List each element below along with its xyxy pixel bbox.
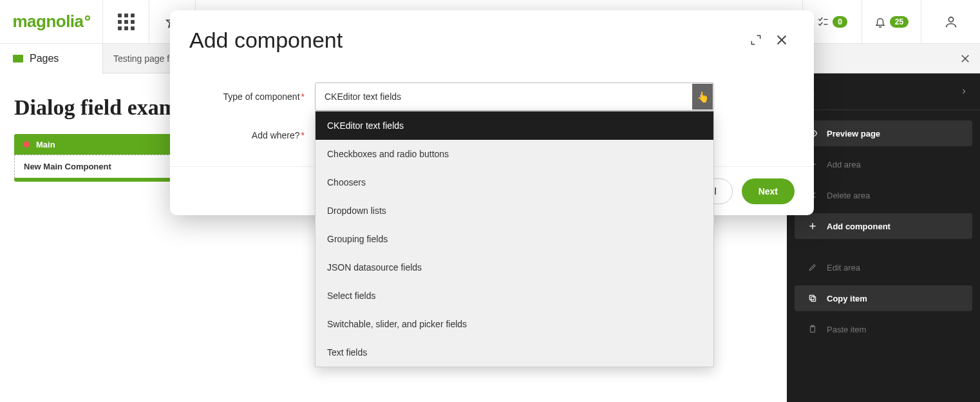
dropdown-option[interactable]: JSON datasource fields bbox=[316, 253, 713, 282]
user-icon bbox=[944, 15, 958, 29]
close-dialog-button[interactable] bbox=[769, 27, 795, 53]
action-add-area: Add area bbox=[795, 151, 972, 177]
tasks-badge: 0 bbox=[833, 16, 847, 28]
paste-icon bbox=[807, 325, 818, 334]
dropdown-option[interactable]: Switchable, slider, and picker fields bbox=[316, 310, 713, 338]
action-panel-header[interactable]: ea bbox=[787, 73, 980, 110]
action-panel: ea Preview pageAdd areaDelete areaAdd co… bbox=[787, 73, 980, 402]
action-copy-item[interactable]: Copy item bbox=[795, 285, 972, 311]
notif-badge: 25 bbox=[890, 16, 909, 28]
notifications-button[interactable]: 25 bbox=[862, 0, 921, 44]
svg-rect-13 bbox=[811, 297, 816, 302]
chevron-right-icon bbox=[961, 86, 967, 97]
next-button[interactable]: Next bbox=[742, 178, 795, 204]
action-label: Paste item bbox=[827, 325, 866, 334]
dropdown-option[interactable]: Checkboxes and radio buttons bbox=[316, 140, 713, 168]
expand-icon bbox=[749, 34, 762, 46]
cursor-icon: 👆 bbox=[697, 91, 710, 103]
where-label: Add where?* bbox=[189, 130, 315, 140]
breadcrumb-trail: Testing page for bbox=[103, 53, 178, 64]
breadcrumb-root[interactable]: Pages bbox=[0, 44, 103, 73]
pages-icon bbox=[13, 55, 23, 62]
action-edit-area: Edit area bbox=[795, 254, 972, 280]
close-icon bbox=[775, 33, 789, 47]
component-type-select[interactable]: CKEditor text fields 👆 bbox=[315, 82, 714, 111]
area-header-main[interactable]: Main bbox=[14, 134, 182, 155]
dropdown-option[interactable]: CKEditor text fields bbox=[316, 111, 713, 140]
component-type-dropdown: CKEditor text fieldsCheckboxes and radio… bbox=[315, 111, 714, 367]
action-label: Delete area bbox=[827, 191, 870, 200]
close-tab-button[interactable] bbox=[950, 44, 980, 73]
app-launcher-button[interactable] bbox=[103, 0, 149, 44]
new-component-slot[interactable]: New Main Component bbox=[14, 155, 182, 178]
type-label: Type of component* bbox=[189, 91, 315, 102]
area-footer bbox=[14, 178, 182, 182]
pencil-icon bbox=[807, 263, 818, 272]
dialog-title: Add component bbox=[189, 28, 743, 53]
user-menu-button[interactable] bbox=[921, 0, 980, 44]
dropdown-option[interactable]: Choosers bbox=[316, 168, 713, 196]
action-label: Add area bbox=[827, 160, 861, 169]
dropdown-option[interactable]: Grouping fields bbox=[316, 225, 713, 253]
add-component-dialog: Add component Type of component* CKEdito… bbox=[170, 10, 814, 215]
area-status-icon bbox=[23, 141, 30, 148]
action-label: Preview page bbox=[827, 129, 880, 139]
action-delete-area: Delete area bbox=[795, 182, 972, 208]
action-label: Add component bbox=[827, 222, 890, 231]
area-label: Main bbox=[36, 140, 55, 149]
dropdown-option[interactable]: Text fields bbox=[316, 338, 713, 367]
action-paste-item: Paste item bbox=[795, 316, 972, 342]
dropdown-option[interactable]: Dropdown lists bbox=[316, 196, 713, 225]
action-add-component[interactable]: Add component bbox=[795, 213, 972, 239]
checklist-icon bbox=[817, 16, 829, 28]
logo[interactable]: magnolia bbox=[0, 0, 103, 44]
breadcrumb-root-label: Pages bbox=[30, 53, 59, 64]
svg-point-3 bbox=[948, 17, 953, 21]
grid-icon bbox=[118, 14, 135, 30]
action-label: Copy item bbox=[827, 294, 867, 303]
copy-icon bbox=[807, 294, 818, 303]
close-icon bbox=[959, 53, 971, 64]
svg-rect-14 bbox=[809, 295, 814, 300]
dropdown-option[interactable]: Select fields bbox=[316, 282, 713, 310]
action-preview-page[interactable]: Preview page bbox=[795, 120, 972, 146]
expand-dialog-button[interactable] bbox=[743, 27, 769, 53]
plus-icon bbox=[807, 222, 818, 231]
action-label: Edit area bbox=[827, 263, 860, 273]
bell-icon bbox=[874, 16, 886, 28]
